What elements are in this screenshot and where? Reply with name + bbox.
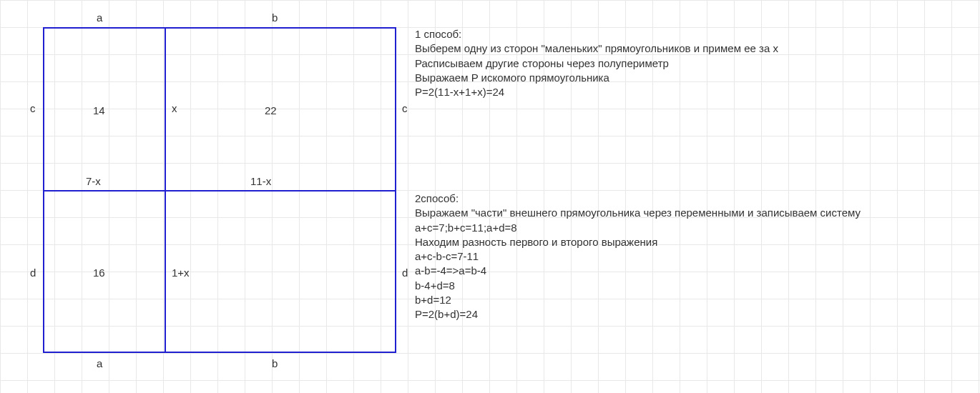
- label-d-left: d: [30, 267, 36, 279]
- value-14: 14: [93, 104, 105, 116]
- method2-line6: b-4+d=8: [415, 279, 861, 293]
- content: a b a b c d c d x 1+x 7-x 11-x 14 22 16 …: [0, 0, 980, 393]
- label-a-bottom: a: [97, 357, 102, 369]
- label-a-top: a: [97, 11, 102, 24]
- method1-line1: Выберем одну из сторон "маленьких" прямо…: [415, 41, 778, 56]
- method-2-text: 2способ: Выражаем "части" внешнего прямо…: [415, 191, 861, 322]
- method2-line2: a+c=7;b+c=11;a+d=8: [415, 221, 861, 235]
- rectangle-diagram: a b a b c d c d x 1+x 7-x 11-x 14 22 16: [43, 27, 396, 353]
- value-22: 22: [265, 104, 277, 116]
- method1-line4: P=2(11-x+1+x)=24: [415, 85, 778, 99]
- label-7-minus-x: 7-x: [86, 175, 101, 187]
- method2-line5: a-b=-4=>a=b-4: [415, 264, 861, 278]
- label-b-bottom: b: [272, 357, 278, 369]
- method2-line3: Находим разность первого и второго выраж…: [415, 235, 861, 249]
- value-16: 16: [93, 267, 105, 279]
- label-c-left: c: [30, 102, 36, 114]
- method2-title: 2способ:: [415, 191, 861, 206]
- label-c-right: c: [402, 102, 408, 114]
- label-x: x: [172, 102, 177, 114]
- method2-line7: b+d=12: [415, 293, 861, 307]
- method1-title: 1 способ:: [415, 27, 778, 41]
- method1-line2: Расписываем другие стороны через полупер…: [415, 56, 778, 71]
- label-1-plus-x: 1+x: [172, 267, 190, 279]
- label-b-top: b: [272, 11, 278, 24]
- label-11-minus-x: 11-x: [250, 175, 271, 187]
- method2-line4: a+c-b-c=7-11: [415, 249, 861, 264]
- label-d-right: d: [402, 267, 408, 279]
- horizontal-split-line: [43, 190, 396, 191]
- method2-line1: Выражаем "части" внешнего прямоугольника…: [415, 206, 861, 220]
- method-1-text: 1 способ: Выберем одну из сторон "малень…: [415, 27, 778, 99]
- method2-line8: P=2(b+d)=24: [415, 307, 861, 322]
- method1-line3: Выражаем P искомого прямоугольника: [415, 71, 778, 85]
